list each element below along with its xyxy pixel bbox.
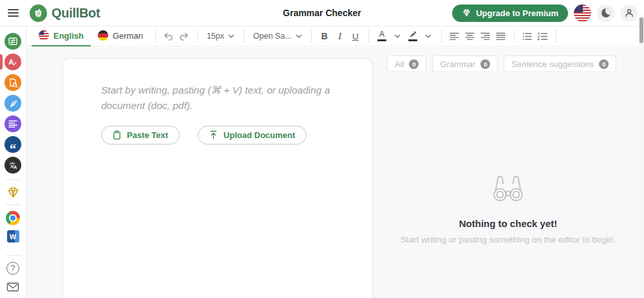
- numbered-list-icon: [538, 32, 547, 41]
- italic-button[interactable]: I: [332, 28, 348, 45]
- font-size-value: 15px: [207, 32, 224, 41]
- italic-icon: I: [338, 31, 341, 42]
- text-color-icon: A: [377, 31, 386, 41]
- editor-surface[interactable]: Start by writing, pasting (⌘ + V) text, …: [62, 58, 373, 298]
- us-flag-icon[interactable]: [574, 5, 591, 22]
- sidebar-item-citation-generator[interactable]: “: [5, 136, 21, 153]
- sidebar-divider: [5, 179, 21, 180]
- toolbar-divider: [441, 30, 442, 43]
- tab-sentence-suggestions[interactable]: Sentence suggestions 0: [504, 55, 616, 72]
- contact-button[interactable]: [6, 282, 19, 292]
- paste-text-label: Paste Text: [127, 130, 168, 140]
- upload-document-button[interactable]: Upload Document: [198, 126, 307, 144]
- bold-icon: B: [321, 31, 328, 41]
- undo-button[interactable]: [161, 28, 176, 45]
- help-button[interactable]: ?: [6, 262, 19, 275]
- tab-grammar-label: Grammar: [440, 59, 475, 69]
- underline-icon: U: [352, 32, 359, 41]
- editor-toolbar: English German 15px Open Sa... B: [26, 26, 644, 46]
- sidebar-item-summarizer[interactable]: [5, 115, 21, 132]
- sidebar-item-grammar-checker[interactable]: A ✓: [5, 54, 21, 70]
- toolbar-divider: [514, 30, 515, 43]
- sidebar-item-co-writer[interactable]: [5, 95, 21, 112]
- sidebar-item-translator[interactable]: [5, 157, 21, 174]
- tab-english-label: English: [53, 31, 84, 41]
- toolbar-divider: [243, 30, 244, 43]
- highlight-dropdown[interactable]: [421, 28, 436, 45]
- empty-state: Nothing to check yet! Start writing or p…: [377, 172, 639, 244]
- chevron-down-icon: [394, 34, 401, 39]
- premium-diamond-icon: [6, 186, 21, 199]
- toolbar-divider: [368, 30, 369, 43]
- bold-button[interactable]: B: [317, 28, 332, 45]
- tool-sidebar: A ✓ “: [0, 26, 26, 298]
- moon-icon: [601, 8, 611, 17]
- quillbot-app: QuillBot Grammar Checker Upgrade to Prem…: [0, 0, 644, 298]
- chevron-down-icon: [296, 34, 302, 39]
- empty-state-title: Nothing to check yet!: [377, 218, 639, 229]
- summarizer-icon: [8, 120, 17, 128]
- toolbar-divider: [155, 30, 156, 43]
- scrollbar-track[interactable]: [639, 15, 644, 298]
- us-flag-icon: [39, 30, 49, 41]
- font-size-select[interactable]: 15px: [203, 28, 238, 45]
- tab-grammar[interactable]: Grammar 0: [432, 55, 498, 72]
- upgrade-premium-label: Upgrade to Premium: [476, 8, 558, 18]
- chevron-down-icon: [228, 34, 234, 39]
- hamburger-menu-icon[interactable]: [8, 6, 22, 20]
- mail-icon: [6, 282, 19, 292]
- redo-button[interactable]: [176, 28, 192, 45]
- align-left-button[interactable]: [447, 28, 462, 45]
- toolbar-divider: [197, 30, 198, 43]
- count-badge: 0: [409, 59, 419, 69]
- german-flag-icon: [98, 30, 108, 41]
- app-header: QuillBot Grammar Checker Upgrade to Prem…: [0, 0, 644, 26]
- tab-german-label: German: [113, 31, 143, 41]
- tab-language-german[interactable]: German: [91, 26, 150, 46]
- translate-icon: [8, 161, 18, 170]
- person-icon: [624, 8, 634, 18]
- text-color-button[interactable]: A: [374, 28, 390, 45]
- sidebar-item-plagiarism-checker[interactable]: [5, 74, 21, 91]
- binoculars-icon: [490, 172, 526, 204]
- sidebar-item-paraphraser[interactable]: [5, 33, 21, 50]
- align-right-button[interactable]: [478, 28, 493, 45]
- tab-all-label: All: [395, 59, 404, 69]
- chrome-extension-icon[interactable]: [6, 211, 20, 225]
- main-content: Start by writing, pasting (⌘ + V) text, …: [26, 47, 644, 298]
- highlighter-icon: [408, 31, 417, 41]
- align-right-icon: [480, 32, 490, 41]
- underline-button[interactable]: U: [348, 28, 363, 45]
- align-justify-icon: [496, 32, 506, 41]
- paste-text-button[interactable]: Paste Text: [101, 126, 180, 144]
- upload-document-label: Upload Document: [223, 130, 295, 140]
- text-color-dropdown[interactable]: [390, 28, 405, 45]
- font-family-select[interactable]: Open Sa...: [249, 28, 306, 45]
- align-center-icon: [465, 32, 475, 41]
- numbered-list-button[interactable]: [535, 28, 551, 45]
- sidebar-item-premium[interactable]: [6, 186, 21, 199]
- active-tool-indicator: [0, 54, 3, 70]
- paraphraser-icon: [8, 36, 18, 46]
- bullet-list-button[interactable]: [520, 28, 535, 45]
- editor-placeholder: Start by writing, pasting (⌘ + V) text, …: [101, 83, 347, 114]
- sidebar-divider: [5, 255, 21, 256]
- quillbot-robot-icon: [30, 5, 47, 22]
- quillbot-logo[interactable]: QuillBot: [30, 5, 100, 22]
- dark-mode-toggle[interactable]: [597, 5, 614, 22]
- tab-all[interactable]: All 0: [387, 55, 426, 72]
- upgrade-premium-button[interactable]: Upgrade to Premium: [452, 5, 568, 22]
- empty-state-subtitle: Start writing or pasting something on th…: [377, 235, 639, 244]
- account-button[interactable]: [620, 5, 638, 22]
- align-center-button[interactable]: [462, 28, 478, 45]
- scrollbar-thumb[interactable]: [639, 17, 643, 43]
- tab-language-english[interactable]: English: [32, 26, 91, 46]
- plagiarism-checker-icon: [8, 77, 18, 88]
- highlight-button[interactable]: [405, 28, 421, 45]
- word-extension-icon[interactable]: W: [7, 230, 19, 243]
- align-justify-button[interactable]: [493, 28, 509, 45]
- undo-icon: [163, 32, 174, 41]
- clipboard-icon: [113, 130, 121, 140]
- suggestions-tabs: All 0 Grammar 0 Sentence suggestions 0: [387, 55, 616, 72]
- sidebar-divider: [5, 204, 21, 205]
